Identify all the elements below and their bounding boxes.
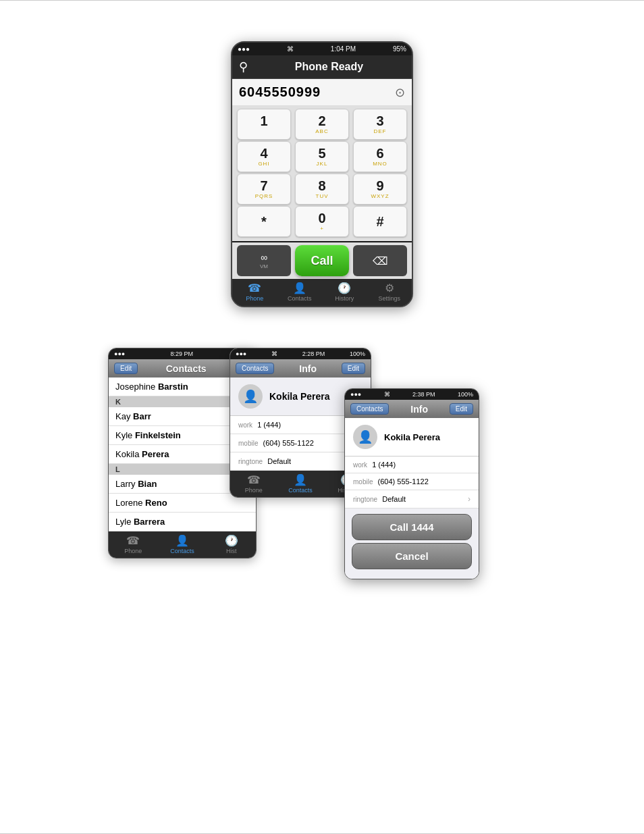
phone-tab-icon: ☎ [248,282,261,294]
info-back-button[interactable]: Contacts [236,363,274,374]
history-tab-label: History [335,295,354,302]
dialog-mobile-label: mobile [353,478,373,486]
signal-icon: ●●● [238,45,250,53]
settings-tab-icon: ⚙ [385,282,394,294]
info-tab-phone[interactable]: ☎ Phone [236,473,271,494]
info-nav-bar: Contacts Info Edit [230,359,371,377]
dialog-ringtone-label: ringtone [353,496,377,503]
cancel-button[interactable]: Cancel [352,543,472,569]
key-3[interactable]: 3 DEF [353,109,407,140]
contacts-tab-hist[interactable]: 🕐 Hist [213,534,250,554]
dialog-nav-title: Info [410,404,428,415]
dialog-avatar: 👤 [353,425,377,449]
dialer-action-row: ∞ VM Call ⌫ [232,242,412,279]
info-signal: ●●● [236,350,246,357]
dialog-wifi: ⌘ [384,391,390,398]
contacts-tab-icon: 👤 [293,282,306,294]
key-8[interactable]: 8 TUV [295,174,349,205]
key-7[interactable]: 7 PQRS [237,174,291,205]
key-6[interactable]: 6 MNO [353,141,407,172]
tab-phone[interactable]: ☎ Phone [232,282,277,302]
info-tab-contacts[interactable]: 👤 Contacts [283,473,318,494]
dialer-tab-bar: ☎ Phone 👤 Contacts 🕐 History ⚙ Settings [232,279,412,306]
call-dialog-status-bar: ●●● ⌘ 2:38 PM 100% [345,389,479,400]
contacts-tab-contacts[interactable]: 👤 Contacts [164,534,201,554]
tab-history[interactable]: 🕐 History [322,282,367,302]
keypad-row-1: 1 2 ABC 3 DEF [235,109,409,140]
info-contacts-icon: 👤 [294,473,307,486]
voicemail-button[interactable]: ∞ VM [237,245,291,276]
key-9[interactable]: 9 WXYZ [353,174,407,205]
mobile-label: mobile [238,440,258,447]
dialog-contact-name: Kokila Perera [384,432,440,442]
key-hash[interactable]: # [353,206,407,237]
voicemail-label: VM [260,263,268,269]
dialog-signal: ●●● [350,391,361,398]
tab-settings[interactable]: ⚙ Settings [367,282,412,302]
hist-label: Hist [226,548,237,554]
battery-icon: 95% [393,45,406,53]
ringtone-value: Default [267,457,291,465]
dialer-number-display: 6045550999 [239,84,321,100]
info-phone-label: Phone [245,487,263,494]
phone-ready-icon: ⚲ [239,59,248,74]
dialog-back-button[interactable]: Contacts [350,403,389,415]
key-0[interactable]: 0 + [295,206,349,237]
work-label: work [238,421,252,429]
history-icon: 🕐 [225,534,238,547]
dialer-clear-icon[interactable]: ⊙ [395,85,405,100]
phone-label: Phone [124,548,142,554]
info-status-bar: ●●● ⌘ 2:28 PM 100% [230,348,371,359]
dialer-phone-frame: ●●● ⌘ 1:04 PM 95% ⚲ Phone Ready 60455509… [231,41,413,307]
info-battery: 100% [350,350,365,357]
contacts-signal: ●●● [114,350,125,357]
keypad-row-2: 4 GHI 5 JKL 6 MNO [235,141,409,172]
dialog-edit-button[interactable]: Edit [450,403,473,415]
voicemail-icon: ∞ [261,252,267,263]
key-5[interactable]: 5 JKL [295,141,349,172]
keypad-row-3: 7 PQRS 8 TUV 9 WXYZ [235,174,409,205]
call-dialog-avatar-row: 👤 Kokila Perera [345,418,479,457]
call-button-label: Call [311,254,333,268]
key-star[interactable]: * [237,206,291,237]
call-dialog-nav: Contacts Info Edit [345,400,479,418]
contact-avatar: 👤 [238,384,263,409]
contact-lyle[interactable]: Lyle Barrera [109,513,256,531]
keypad-row-4: * 0 + # [235,206,409,237]
wifi-icon: ⌘ [287,45,294,53]
dialog-mobile-row[interactable]: mobile (604) 555-1122 [345,473,479,490]
call-dialog-content: 👤 Kokila Perera work 1 (444) mobile (604… [345,418,479,579]
key-2[interactable]: 2 ABC [295,109,349,140]
dialog-ringtone-row[interactable]: ringtone Default › [345,490,479,509]
dialog-work-label: work [353,461,367,469]
ringtone-label: ringtone [238,458,263,465]
dialer-section: ●●● ⌘ 1:04 PM 95% ⚲ Phone Ready 60455509… [231,41,413,307]
contacts-label: Contacts [170,548,194,554]
contacts-tab-label: Contacts [288,295,312,302]
tab-contacts[interactable]: 👤 Contacts [277,282,323,302]
info-edit-button[interactable]: Edit [342,363,365,374]
settings-tab-label: Settings [378,295,400,302]
contacts-section: ●●● 8:29 PM 85% Edit Contacts + Josephin… [14,348,630,558]
chevron-right-icon: › [468,494,471,504]
info-time: 2:28 PM [302,350,325,357]
dialer-header: ⚲ Phone Ready [232,55,412,79]
call-button[interactable]: Call [295,245,349,276]
dialer-number-row: 6045550999 ⊙ [232,79,412,106]
contacts-tab-phone[interactable]: ☎ Phone [115,534,152,554]
dialog-time: 2:38 PM [412,391,435,398]
key-4[interactable]: 4 GHI [237,141,291,172]
contacts-title: Contacts [166,363,207,374]
dialer-keypad: 1 2 ABC 3 DEF 4 GHI [232,106,412,241]
dialer-time: 1:04 PM [331,45,356,53]
phone-ready-title: Phone Ready [253,61,405,73]
contacts-edit-button[interactable]: Edit [114,363,138,374]
contacts-tab-bar: ☎ Phone 👤 Contacts 🕐 Hist [109,531,256,558]
history-tab-icon: 🕐 [338,282,351,294]
key-1[interactable]: 1 [237,109,291,140]
delete-button[interactable]: ⌫ [353,245,407,276]
dialog-work-row[interactable]: work 1 (444) [345,457,479,473]
dialog-ringtone-value: Default [382,495,406,503]
call-1444-button[interactable]: Call 1444 [352,514,472,540]
info-phone-icon: ☎ [247,473,261,486]
